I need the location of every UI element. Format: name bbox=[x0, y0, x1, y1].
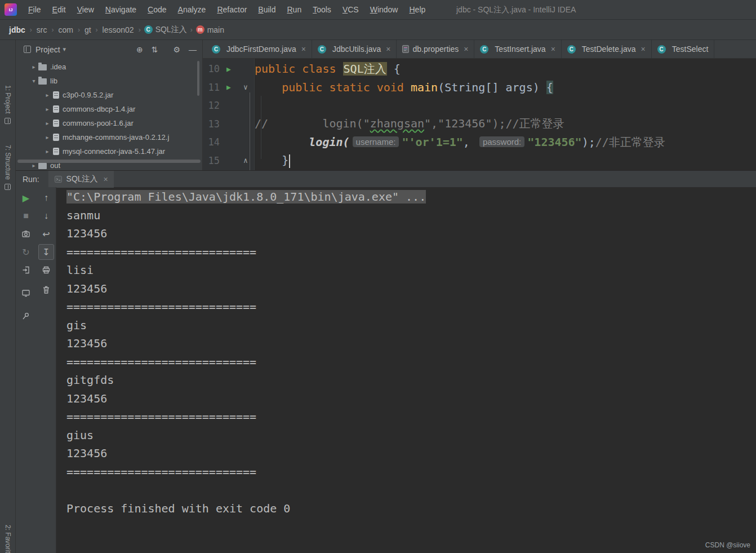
menu-help[interactable]: Help bbox=[403, 0, 431, 20]
close-icon[interactable]: × bbox=[104, 175, 108, 184]
folder-icon bbox=[38, 163, 47, 169]
tool-window-button-favorites[interactable]: 2: Favorites ★ bbox=[4, 525, 12, 553]
menu-tools[interactable]: Tools bbox=[307, 0, 337, 20]
horizontal-scrollbar[interactable] bbox=[17, 160, 201, 163]
run-main-gutter-icon[interactable]: ▶ bbox=[221, 83, 237, 91]
vertical-scrollbar[interactable] bbox=[197, 61, 199, 96]
run-tab-label: SQL注入 bbox=[66, 174, 98, 184]
tree-item-label: mysql-connector-java-5.1.47.jar bbox=[63, 147, 165, 156]
class-name-highlighted: SQL注入 bbox=[343, 62, 387, 76]
scroll-to-end-button[interactable]: ↧ bbox=[38, 244, 54, 260]
breadcrumb-class[interactable]: C SQL注入 bbox=[144, 25, 187, 35]
tab-db-properties[interactable]: db.properties × bbox=[397, 40, 474, 58]
console-line: 123456 bbox=[66, 390, 756, 408]
chevron-down-icon[interactable]: ▾ bbox=[63, 46, 66, 53]
close-icon[interactable]: × bbox=[301, 45, 306, 54]
console-line: Process finished with exit code 0 bbox=[66, 499, 756, 518]
tab-label: TestInsert.java bbox=[495, 45, 545, 54]
tool-window-button-structure[interactable]: 7: Structure bbox=[4, 145, 12, 190]
chevron-right-icon[interactable]: ▸ bbox=[43, 134, 52, 140]
menu-build[interactable]: Build bbox=[252, 0, 281, 20]
run-toolbar: ▶ ■ ↻ ↑ ↓ ↩ ↧ bbox=[16, 187, 56, 553]
menu-edit[interactable]: Edit bbox=[47, 0, 72, 20]
tab-testdelete[interactable]: C TestDelete.java × bbox=[562, 40, 652, 58]
tree-item-mchange-commons-jar[interactable]: ▸ mchange-commons-java-0.2.12.j bbox=[16, 130, 202, 144]
breadcrumb-separator-icon: › bbox=[139, 26, 141, 34]
tab-label: JdbcFirstDemo.java bbox=[226, 45, 296, 54]
prev-occurrence-button[interactable]: ↑ bbox=[38, 189, 54, 207]
pin-tab-button[interactable] bbox=[18, 307, 34, 325]
collapse-all-button[interactable]: ⇅ bbox=[152, 45, 158, 54]
class-icon: C bbox=[567, 45, 576, 54]
tree-item-commons-dbcp-jar[interactable]: ▸ commons-dbcp-1.4.jar bbox=[16, 102, 202, 116]
rerun-button[interactable]: ▶ bbox=[18, 189, 34, 207]
breadcrumb-src[interactable]: src bbox=[35, 25, 48, 34]
menu-analyze[interactable]: Analyze bbox=[172, 0, 212, 20]
code-string: "123456" bbox=[527, 135, 581, 149]
menu-refactor[interactable]: Refactor bbox=[211, 0, 252, 20]
tab-testselect[interactable]: C TestSelect bbox=[652, 40, 715, 58]
print-button[interactable] bbox=[38, 261, 54, 279]
hide-panel-button[interactable]: — bbox=[189, 45, 197, 54]
menu-window[interactable]: Window bbox=[364, 0, 404, 20]
breadcrumb-project[interactable]: jdbc bbox=[8, 25, 26, 34]
attach-debugger-button[interactable]: ↻ bbox=[18, 243, 34, 261]
intellij-logo-icon: IJ bbox=[5, 3, 17, 16]
thread-dump-button[interactable] bbox=[18, 225, 34, 243]
locate-file-button[interactable]: ⊕ bbox=[136, 45, 143, 54]
tree-item-lib[interactable]: ▾ lib bbox=[16, 74, 202, 88]
menu-run[interactable]: Run bbox=[281, 0, 307, 20]
menu-vcs[interactable]: VCS bbox=[337, 0, 364, 20]
tree-item-commons-pool-jar[interactable]: ▸ commons-pool-1.6.jar bbox=[16, 116, 202, 130]
restore-layout-button[interactable] bbox=[18, 284, 34, 302]
chevron-right-icon[interactable]: ▸ bbox=[29, 64, 38, 70]
parameter-hint-username: username: bbox=[353, 136, 399, 147]
close-icon[interactable]: × bbox=[551, 45, 555, 54]
settings-gear-button[interactable]: ⚙ bbox=[173, 45, 180, 54]
chevron-right-icon[interactable]: ▸ bbox=[43, 106, 52, 112]
close-icon[interactable]: × bbox=[641, 45, 646, 54]
chevron-down-icon[interactable]: ▾ bbox=[29, 78, 38, 84]
fold-start-marker[interactable]: ∨ bbox=[237, 83, 255, 91]
breadcrumb-gt[interactable]: gt bbox=[83, 25, 92, 34]
exit-process-button[interactable] bbox=[18, 261, 34, 279]
console-line: gitgfds bbox=[66, 371, 756, 390]
chevron-right-icon[interactable]: ▸ bbox=[43, 120, 52, 126]
breadcrumb-method[interactable]: m main bbox=[196, 25, 224, 34]
code-editor[interactable]: 10 ▶ public class SQL注入 { 11 ▶ ∨ public … bbox=[203, 59, 756, 170]
code-comment: //非正常登录 bbox=[595, 135, 665, 149]
exit-icon bbox=[21, 266, 30, 275]
tab-jdbcfirstdemo[interactable]: C JdbcFirstDemo.java × bbox=[206, 40, 312, 58]
chevron-right-icon[interactable]: ▸ bbox=[29, 162, 38, 169]
code-text: , bbox=[463, 135, 477, 149]
close-icon[interactable]: × bbox=[464, 45, 468, 54]
tree-item-mysql-connector-jar[interactable]: ▸ mysql-connector-java-5.1.47.jar bbox=[16, 144, 202, 158]
menu-view[interactable]: View bbox=[72, 0, 100, 20]
tab-testinsert[interactable]: C TestInsert.java × bbox=[474, 40, 561, 58]
run-class-gutter-icon[interactable]: ▶ bbox=[221, 65, 237, 73]
project-panel-title[interactable]: Project bbox=[35, 45, 60, 54]
tree-item-idea[interactable]: ▸ .idea bbox=[16, 60, 202, 74]
menu-navigate[interactable]: Navigate bbox=[100, 0, 142, 20]
fold-end-marker[interactable]: ∧ bbox=[237, 156, 255, 165]
console-line: 123456 bbox=[66, 444, 756, 463]
tree-item-c3p0-jar[interactable]: ▸ c3p0-0.9.5.2.jar bbox=[16, 88, 202, 102]
stop-button[interactable]: ■ bbox=[18, 207, 34, 225]
run-tab-sql-injection[interactable]: SQL注入 × bbox=[48, 171, 114, 188]
close-icon[interactable]: × bbox=[386, 45, 390, 54]
chevron-right-icon[interactable]: ▸ bbox=[43, 148, 52, 154]
breadcrumb-com[interactable]: com bbox=[57, 25, 74, 34]
menu-file[interactable]: File bbox=[23, 0, 47, 20]
tab-jdbcutils[interactable]: C JdbcUtils.java × bbox=[312, 40, 397, 58]
chevron-right-icon[interactable]: ▸ bbox=[43, 92, 52, 98]
tool-window-button-project[interactable]: 1: Project bbox=[4, 85, 12, 124]
soft-wrap-button[interactable]: ↩ bbox=[38, 225, 54, 243]
clear-all-button[interactable] bbox=[38, 281, 54, 299]
breadcrumb-lesson02[interactable]: lesson02 bbox=[101, 25, 135, 34]
next-occurrence-button[interactable]: ↓ bbox=[38, 207, 54, 225]
tree-item-label: .idea bbox=[50, 63, 66, 71]
class-icon: C bbox=[212, 45, 220, 54]
menu-code[interactable]: Code bbox=[142, 0, 172, 20]
run-console-output[interactable]: "C:\Program Files\Java\jdk1.8.0_171\bin\… bbox=[56, 187, 756, 553]
class-icon: C bbox=[318, 45, 326, 54]
